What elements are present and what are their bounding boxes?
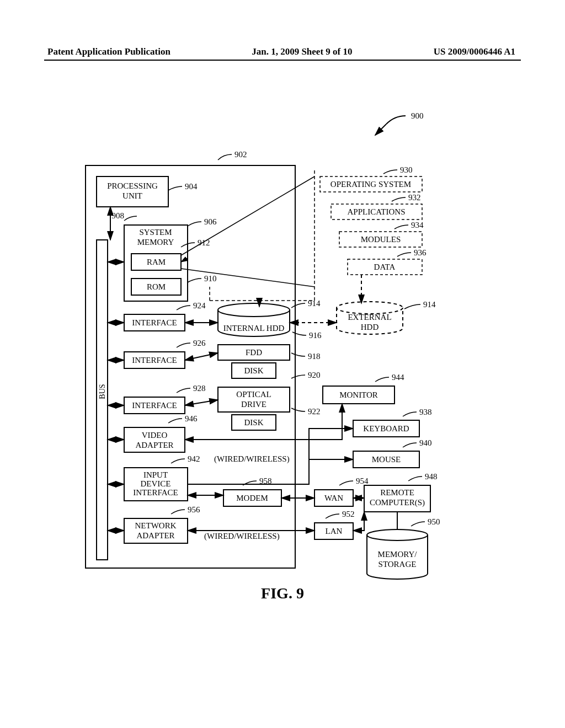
conn-idi-kb <box>309 429 353 459</box>
ref-932: 932 <box>408 193 421 202</box>
rom-label: ROM <box>147 282 166 291</box>
ref-922: 922 <box>308 407 321 416</box>
ww-label-1: (WIRED/WIRELESS) <box>214 454 290 464</box>
internal-hdd-label: INTERNAL HDD <box>223 324 285 333</box>
ref-900-arrow: 900 <box>375 111 424 135</box>
ref-948: 948 <box>425 472 438 481</box>
interface3-label: INTERFACE <box>132 401 177 410</box>
svg-point-9 <box>367 529 428 540</box>
figure-title: FIG. 9 <box>0 585 565 602</box>
input-dev-if-3: INTERFACE <box>133 488 178 497</box>
conn-if2-fdd <box>185 353 218 360</box>
ref-950: 950 <box>428 517 440 526</box>
os-label: OPERATING SYSTEM <box>331 180 411 189</box>
memory-storage: MEMORY/ STORAGE <box>367 529 428 579</box>
bus-label: BUS <box>98 384 106 399</box>
memstor-2: STORAGE <box>379 560 417 569</box>
ref-900: 900 <box>411 111 424 120</box>
video-adapter-label-1: VIDEO <box>142 431 168 440</box>
modem-label: MODEM <box>236 494 268 502</box>
ref-938: 938 <box>419 408 432 416</box>
wan-label: WAN <box>324 494 343 502</box>
ref-956: 956 <box>188 505 200 514</box>
mouse-label: MOUSE <box>372 455 401 464</box>
ww-label-2: (WIRED/WIRELESS) <box>204 532 280 541</box>
memstor-1: MEMORY/ <box>378 550 418 559</box>
modules-box: MODULES 934 <box>339 221 424 247</box>
ref-906: 906 <box>204 217 217 226</box>
ref-920: 920 <box>308 371 321 379</box>
ref-944: 944 <box>392 373 404 382</box>
ref-952: 952 <box>342 510 355 518</box>
ram-label: RAM <box>147 258 166 266</box>
ref-936: 936 <box>414 248 427 257</box>
external-hdd: EXTERNAL HDD <box>337 302 403 334</box>
apps-box: APPLICATIONS 932 <box>331 193 422 220</box>
ref-954: 954 <box>356 477 369 485</box>
lan-label: LAN <box>326 527 343 536</box>
ref-916: 916 <box>309 331 322 340</box>
ref-934: 934 <box>411 221 424 229</box>
sysmem-label-1: SYSTEM <box>139 228 172 237</box>
remote-comp-2: COMPUTER(S) <box>370 498 425 507</box>
ref-924: 924 <box>193 301 206 310</box>
svg-point-7 <box>218 303 290 317</box>
data-label: DATA <box>374 263 396 271</box>
ref-942: 942 <box>188 454 200 463</box>
remote-comp-1: REMOTE <box>380 488 414 497</box>
conn-lan-rc <box>353 512 364 531</box>
net-adapter-1: NETWORK <box>135 521 177 530</box>
external-hdd-label-1: EXTERNAL <box>348 313 391 322</box>
diagram-svg: 900 902 PROCESSING UNIT 904 BUS SYSTEM M… <box>0 0 565 728</box>
ref-958: 958 <box>259 477 272 485</box>
monitor-label: MONITOR <box>339 390 378 399</box>
sysmem-label-2: MEMORY <box>137 238 174 247</box>
input-dev-if-1: INPUT <box>143 470 168 479</box>
disk2-label: DISK <box>244 418 263 427</box>
ref-914b: 914 <box>423 300 436 309</box>
fdd-label: FDD <box>246 348 262 357</box>
optical-label-2: DRIVE <box>241 400 266 409</box>
os-box: OPERATING SYSTEM 930 <box>320 165 422 192</box>
ram-arrow-in <box>181 258 188 262</box>
bus-rect <box>97 240 108 560</box>
optical-label-1: OPTICAL <box>236 390 271 399</box>
ref-946: 946 <box>185 414 198 423</box>
conn-if3-opt <box>185 400 218 405</box>
ref-908: 908 <box>112 211 125 220</box>
ref-928: 928 <box>193 384 206 393</box>
internal-hdd: INTERNAL HDD <box>218 303 290 336</box>
net-adapter-2: ADAPTER <box>136 531 174 540</box>
ref-902: 902 <box>234 150 247 159</box>
ref-918: 918 <box>308 352 321 361</box>
ref-914a: 914 <box>308 299 321 308</box>
svg-point-8 <box>337 302 403 314</box>
modules-label: MODULES <box>361 235 401 244</box>
data-box: DATA 936 <box>348 248 427 275</box>
processing-unit-label-2: UNIT <box>122 191 142 200</box>
video-adapter-label-2: ADAPTER <box>135 441 173 449</box>
ref-910: 910 <box>204 274 217 283</box>
disk1-label: DISK <box>244 366 263 375</box>
ref-940: 940 <box>419 438 432 447</box>
input-dev-if-2: DEVICE <box>141 479 171 488</box>
conn-ram-sw-top <box>181 176 315 255</box>
ref-926: 926 <box>193 339 206 347</box>
ref-904: 904 <box>185 182 198 191</box>
processing-unit-label-1: PROCESSING <box>107 181 158 190</box>
ref-930: 930 <box>400 165 413 174</box>
interface2-label: INTERFACE <box>132 356 177 365</box>
external-hdd-label-2: HDD <box>361 323 379 331</box>
keyboard-label: KEYBOARD <box>363 424 409 433</box>
apps-label: APPLICATIONS <box>347 207 405 216</box>
software-dashed-area <box>210 168 315 301</box>
interface1-label: INTERFACE <box>132 318 177 327</box>
conn-ram-sw-bot <box>181 269 315 287</box>
